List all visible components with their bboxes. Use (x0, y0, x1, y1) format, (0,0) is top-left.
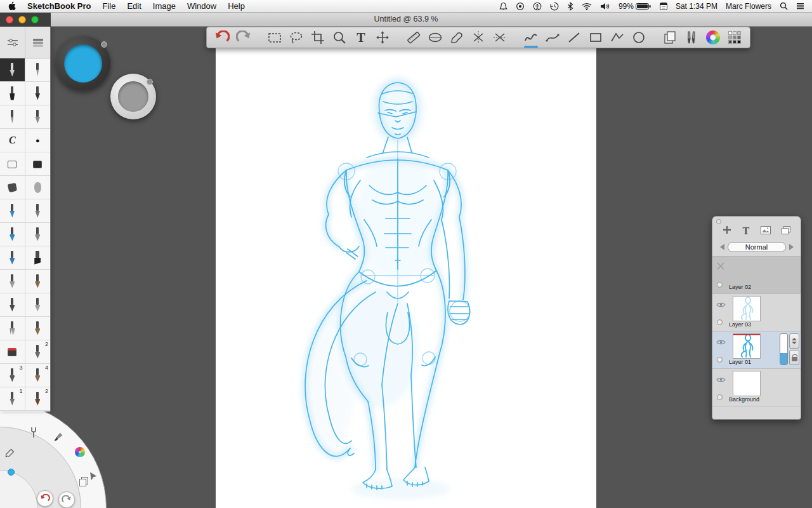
tool-ballpoint-blue[interactable] (0, 199, 25, 223)
layer-radio[interactable] (717, 394, 723, 400)
layer-radio[interactable] (717, 319, 723, 325)
color-puck-handle[interactable] (101, 41, 107, 48)
layer-thumbnail[interactable] (733, 296, 761, 321)
layer-row-layer-02[interactable]: Layer 02 (712, 257, 801, 294)
layer-row-layer-03[interactable]: Layer 03 (712, 294, 801, 331)
tool-eraser-soft[interactable] (0, 152, 25, 176)
battery-indicator[interactable]: 99% (619, 2, 652, 11)
drawing-canvas[interactable] (216, 27, 596, 508)
menu-window[interactable]: Window (187, 1, 216, 11)
lagoon-undo-button[interactable] (37, 490, 53, 507)
menu-file[interactable]: File (102, 1, 115, 11)
redo-button[interactable] (235, 29, 252, 46)
user-menu[interactable]: Marc Flowers (726, 2, 771, 11)
text-button[interactable]: T (352, 29, 370, 46)
tool-custom-pencil[interactable]: 1 (0, 387, 25, 411)
brush-puck-handle[interactable] (147, 79, 153, 85)
lagoon-tools-icon[interactable] (29, 427, 38, 438)
tool-spray[interactable] (0, 105, 25, 129)
lagoon-color-icon[interactable] (75, 447, 85, 457)
tool-custom-brush-c[interactable]: 4 (25, 364, 51, 387)
notification-center-icon[interactable] (796, 3, 804, 10)
transparency-button[interactable] (789, 333, 799, 349)
lagoon-redo-button[interactable] (58, 491, 75, 508)
import-image-button[interactable] (761, 225, 771, 237)
layer-x-icon[interactable] (716, 262, 725, 273)
transform-button[interactable] (374, 29, 391, 46)
lagoon-brush-icon[interactable] (53, 432, 63, 442)
lagoon-color-dot[interactable] (8, 469, 15, 476)
copy-paste-button[interactable] (661, 29, 679, 46)
menu-help[interactable]: Help (228, 1, 245, 11)
lagoon-cursor-icon[interactable] (89, 471, 98, 481)
wifi-icon[interactable] (582, 3, 592, 10)
tool-fan-brush[interactable] (0, 317, 25, 340)
layer-row-layer-01[interactable]: Layer 01 (712, 331, 801, 369)
ruler-button[interactable] (405, 29, 422, 46)
brush-settings-button[interactable] (0, 27, 25, 58)
lock-layer-button[interactable] (789, 350, 799, 365)
add-layer-button[interactable] (723, 225, 731, 237)
tool-round-nib[interactable]: ● (25, 129, 51, 152)
tool-flat-marker[interactable] (25, 246, 51, 270)
tool-chisel-pencil[interactable] (25, 199, 51, 223)
blend-prev-button[interactable] (720, 244, 724, 250)
lagoon-pencil-icon[interactable] (5, 448, 15, 458)
tool-custom-brush-a[interactable]: 2 (25, 340, 51, 364)
time-machine-icon[interactable] (550, 2, 559, 11)
stroke-spline-button[interactable] (544, 29, 561, 46)
tool-eraser-hard[interactable] (25, 152, 51, 176)
accessibility-icon[interactable] (533, 2, 542, 11)
tool-hard-pencil[interactable] (25, 105, 51, 129)
tool-custom-brush-d[interactable]: 2 (25, 387, 51, 411)
minimize-button[interactable] (18, 16, 26, 23)
stroke-freehand-button[interactable] (522, 29, 540, 46)
tool-mop-brush[interactable] (25, 293, 51, 317)
stroke-polyline-button[interactable] (608, 29, 626, 46)
app-menu-title[interactable]: SketchBook Pro (27, 1, 91, 11)
zoom-button[interactable] (331, 29, 348, 46)
display-icon[interactable] (516, 2, 525, 11)
tool-smudge[interactable] (25, 176, 51, 199)
layer-thumbnail[interactable] (733, 333, 761, 359)
stroke-line-button[interactable] (565, 29, 583, 46)
tool-ink-pen[interactable] (25, 82, 51, 105)
lagoon-copy-icon[interactable] (79, 476, 89, 486)
tool-paint-brush-blue[interactable] (0, 223, 25, 246)
tool-pencil[interactable] (0, 58, 25, 82)
symmetry-y-button[interactable] (469, 29, 487, 46)
eye-icon[interactable] (716, 374, 726, 385)
blend-mode-select[interactable]: Normal (728, 242, 786, 252)
blend-next-button[interactable] (789, 244, 794, 250)
tool-bristle-brush[interactable] (25, 270, 51, 293)
opacity-slider[interactable] (780, 333, 788, 365)
brush-library-button[interactable] (25, 27, 50, 58)
french-curve-button[interactable] (448, 29, 466, 46)
panel-close-button[interactable] (716, 219, 721, 224)
layer-radio[interactable] (717, 357, 723, 363)
color-puck[interactable] (56, 36, 110, 91)
layer-radio[interactable] (717, 282, 723, 288)
tool-copic-marker[interactable]: C (0, 129, 25, 152)
symmetry-x-button[interactable] (491, 29, 509, 46)
zoom-button[interactable] (31, 16, 39, 23)
clock[interactable]: Sat 1:34 PM (676, 2, 717, 11)
tool-flood-fill[interactable] (0, 176, 25, 199)
stroke-ellipse-button[interactable] (630, 29, 648, 46)
undo-button[interactable] (213, 29, 231, 46)
eye-icon[interactable] (716, 299, 726, 311)
layer-row-background[interactable]: Background (712, 369, 801, 406)
ellipse-guide-button[interactable] (426, 29, 444, 46)
brush-palette-button[interactable] (683, 29, 700, 46)
ical-icon[interactable] (660, 3, 667, 10)
layer-thumbnail[interactable] (733, 371, 761, 396)
spotlight-icon[interactable] (780, 2, 788, 10)
close-button[interactable] (6, 16, 13, 23)
bluetooth-icon[interactable] (567, 2, 573, 11)
tool-paint-brush[interactable] (25, 223, 51, 246)
tool-airbrush[interactable] (25, 58, 51, 82)
brush-puck[interactable] (110, 74, 156, 119)
menu-image[interactable]: Image (153, 1, 176, 11)
tool-wash-brush-blue[interactable] (0, 246, 25, 270)
text-layer-button[interactable]: T (742, 225, 749, 237)
